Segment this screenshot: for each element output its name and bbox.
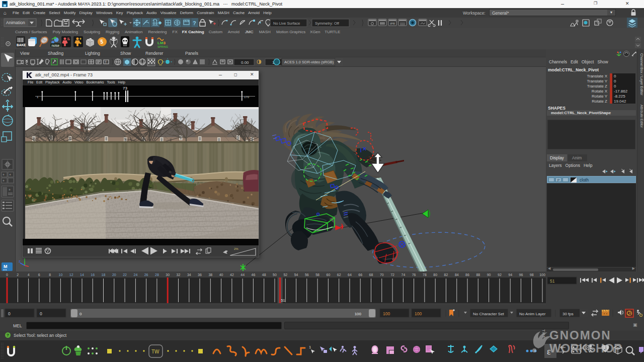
- svg-text:ACES 1.0 SDR-video (sRGB): ACES 1.0 SDR-video (sRGB): [284, 60, 334, 64]
- svg-text:Animation: Animation: [6, 20, 25, 25]
- svg-text:0: 0: [79, 312, 82, 316]
- svg-text:No Anim Layer: No Anim Layer: [519, 312, 546, 316]
- svg-text:51: 51: [281, 299, 285, 302]
- svg-text:12: 12: [69, 273, 73, 277]
- svg-text:100: 100: [415, 311, 422, 316]
- svg-text:42: 42: [230, 273, 234, 277]
- svg-text:90: 90: [487, 273, 491, 277]
- svg-text:THE: THE: [541, 329, 546, 339]
- svg-text:58: 58: [315, 273, 319, 277]
- svg-text:BAKE: BAKE: [17, 43, 26, 47]
- svg-text:84: 84: [455, 273, 459, 277]
- svg-text:noise: noise: [52, 44, 60, 47]
- svg-text:24: 24: [134, 273, 138, 277]
- svg-text:50: 50: [273, 273, 277, 277]
- svg-text:100: 100: [539, 273, 545, 277]
- svg-text:82: 82: [444, 273, 448, 277]
- svg-text:48: 48: [262, 273, 266, 277]
- svg-text:TW: TW: [151, 349, 159, 354]
- svg-text:54: 54: [294, 273, 298, 277]
- svg-text:70: 70: [380, 273, 384, 277]
- svg-text:14: 14: [80, 273, 84, 277]
- svg-text:?: ?: [193, 20, 196, 26]
- svg-text:92: 92: [498, 273, 502, 277]
- svg-text:100: 100: [355, 312, 362, 316]
- svg-text:6: 6: [38, 273, 40, 277]
- svg-text:96: 96: [519, 273, 523, 277]
- svg-text:74: 74: [401, 273, 406, 277]
- svg-text:1: 1: [309, 345, 311, 349]
- svg-text:32: 32: [177, 273, 181, 277]
- svg-text:16: 16: [91, 273, 95, 277]
- svg-text:76: 76: [412, 273, 416, 277]
- svg-text:18: 18: [102, 273, 106, 277]
- svg-text:34: 34: [187, 273, 191, 277]
- svg-text:30 fps: 30 fps: [562, 312, 574, 316]
- svg-text:10: 10: [59, 273, 63, 277]
- svg-text:44: 44: [240, 273, 245, 277]
- svg-text:+: +: [3, 173, 5, 176]
- svg-text:36: 36: [198, 273, 202, 277]
- svg-text:IPR: IPR: [390, 22, 395, 25]
- svg-text:68: 68: [369, 273, 373, 277]
- svg-text:86: 86: [465, 273, 469, 277]
- svg-text:28: 28: [155, 273, 159, 277]
- svg-text:No Character Set: No Character Set: [473, 312, 505, 316]
- svg-text:94: 94: [508, 273, 512, 277]
- svg-text:0: 0: [40, 311, 42, 316]
- svg-text:5: 5: [101, 39, 104, 45]
- svg-text:WORKSHOP: WORKSHOP: [549, 341, 622, 355]
- svg-text:+: +: [9, 173, 11, 176]
- svg-text:72: 72: [390, 273, 394, 277]
- svg-text:0.00: 0.00: [241, 60, 249, 65]
- svg-text:Z: Z: [19, 260, 21, 263]
- svg-text:LM3: LM3: [157, 41, 166, 45]
- svg-text:AYA: AYA: [3, 268, 7, 271]
- svg-text:98: 98: [530, 273, 534, 277]
- svg-text:51: 51: [550, 279, 555, 284]
- svg-text:26: 26: [144, 273, 148, 277]
- svg-text:56: 56: [305, 273, 309, 277]
- svg-text:38: 38: [208, 273, 212, 277]
- svg-text:52: 52: [283, 273, 287, 277]
- svg-text:100: 100: [383, 311, 390, 316]
- svg-text:30: 30: [166, 273, 170, 277]
- svg-text:2: 2: [17, 273, 19, 277]
- svg-text:20: 20: [112, 273, 116, 277]
- svg-text:+: +: [9, 188, 11, 192]
- svg-text:62: 62: [337, 273, 341, 277]
- svg-text:46: 46: [252, 273, 256, 277]
- svg-text:60: 60: [327, 273, 331, 277]
- svg-text:No Live Surface: No Live Surface: [273, 21, 300, 26]
- svg-text:Symmetry: Off: Symmetry: Off: [315, 21, 340, 26]
- svg-text:64: 64: [348, 273, 352, 277]
- svg-text:8: 8: [49, 273, 51, 277]
- svg-text:22: 22: [123, 273, 127, 277]
- svg-text:66: 66: [358, 273, 362, 277]
- svg-text:40: 40: [219, 273, 223, 277]
- svg-text:170: 170: [244, 96, 250, 99]
- svg-text:4: 4: [28, 273, 30, 277]
- svg-text:0: 0: [6, 273, 8, 277]
- svg-text:GNOMON: GNOMON: [549, 328, 611, 342]
- svg-text:0: 0: [8, 311, 11, 316]
- svg-text:T: T: [105, 60, 107, 64]
- svg-text:88: 88: [476, 273, 480, 277]
- svg-text:78: 78: [423, 273, 427, 277]
- svg-text:SPRING: SPRING: [157, 45, 168, 48]
- svg-text:2%: 2%: [234, 247, 238, 250]
- svg-text:73: 73: [123, 86, 127, 90]
- svg-text:+: +: [3, 179, 5, 183]
- svg-text:80: 80: [433, 273, 437, 277]
